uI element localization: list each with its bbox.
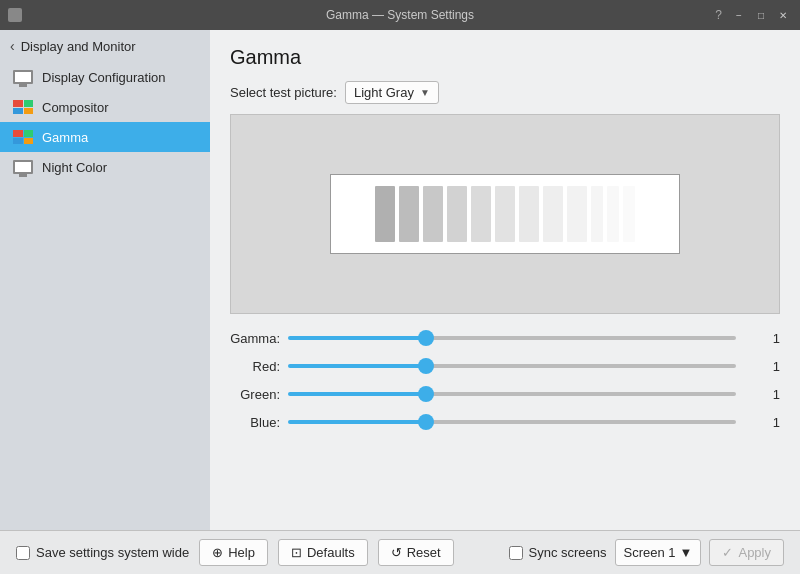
gamma-block [607,186,619,242]
sync-screens-checkbox[interactable] [509,546,523,560]
sidebar-item-display-config-label: Display Configuration [42,70,166,85]
save-settings-checkbox[interactable] [16,546,30,560]
test-picture-dropdown[interactable]: Light Gray ▼ [345,81,439,104]
blue-slider-container [288,412,736,432]
green-slider-label: Green: [230,387,280,402]
blue-slider-row: Blue: 1 [230,412,780,432]
close-button[interactable]: ✕ [774,6,792,24]
blue-slider[interactable] [288,420,736,424]
gamma-block [519,186,539,242]
gamma-block [471,186,491,242]
reset-button[interactable]: ↺ Reset [378,539,454,566]
window-controls: ? − □ ✕ [715,6,792,24]
gamma-block [623,186,635,242]
window-title: Gamma — System Settings [326,8,474,22]
sidebar-item-night-color-label: Night Color [42,160,107,175]
sync-screens-label: Sync screens [529,545,607,560]
sliders-section: Gamma: 1 Red: 1 Green: 1 [230,328,780,432]
green-slider-container [288,384,736,404]
apply-button[interactable]: ✓ Apply [709,539,784,566]
gamma-preview-area [230,114,780,314]
gamma-block [399,186,419,242]
gamma-slider[interactable] [288,336,736,340]
svg-rect-0 [10,10,20,20]
page-title: Gamma [230,46,780,69]
reset-icon: ↺ [391,545,402,560]
gamma-block [591,186,603,242]
bottom-bar: Save settings system wide ⊕ Help ⊡ Defau… [0,530,800,574]
gamma-block [447,186,467,242]
red-slider[interactable] [288,364,736,368]
blue-slider-label: Blue: [230,415,280,430]
gamma-block [495,186,515,242]
main-container: ‹ Display and Monitor Display Configurat… [0,30,800,530]
sidebar-back[interactable]: ‹ Display and Monitor [0,30,210,62]
defaults-button[interactable]: ⊡ Defaults [278,539,368,566]
gamma-preview-box [330,174,680,254]
app-icon [8,8,22,22]
sidebar-item-gamma-label: Gamma [42,130,88,145]
screen-dropdown[interactable]: Screen 1 ▼ [615,539,702,566]
blue-slider-value: 1 [744,415,780,430]
back-arrow-icon: ‹ [10,38,15,54]
sync-screens-row: Sync screens [509,545,607,560]
red-slider-label: Red: [230,359,280,374]
gamma-slider-label: Gamma: [230,331,280,346]
display-config-icon [12,69,34,85]
screen-dropdown-arrow: ▼ [680,545,693,560]
sidebar-item-display-config[interactable]: Display Configuration [0,62,210,92]
screen-label: Screen 1 [624,545,676,560]
test-picture-row: Select test picture: Light Gray ▼ [230,81,780,104]
gamma-slider-row: Gamma: 1 [230,328,780,348]
green-slider-value: 1 [744,387,780,402]
maximize-button[interactable]: □ [752,6,770,24]
gamma-block [567,186,587,242]
save-settings-row: Save settings system wide [16,545,189,560]
gamma-block [375,186,395,242]
test-picture-value: Light Gray [354,85,414,100]
help-icon[interactable]: ? [715,8,722,22]
bottom-left: Save settings system wide ⊕ Help ⊡ Defau… [16,539,454,566]
sidebar-item-compositor-label: Compositor [42,100,108,115]
green-slider-row: Green: 1 [230,384,780,404]
night-color-icon [12,159,34,175]
defaults-icon: ⊡ [291,545,302,560]
bottom-right: Sync screens Screen 1 ▼ ✓ Apply [509,539,785,566]
gamma-block [543,186,563,242]
titlebar: Gamma — System Settings ? − □ ✕ [0,0,800,30]
green-slider[interactable] [288,392,736,396]
sidebar-item-compositor[interactable]: Compositor [0,92,210,122]
sidebar-item-gamma[interactable]: Gamma [0,122,210,152]
sidebar-item-night-color[interactable]: Night Color [0,152,210,182]
sidebar-header-label: Display and Monitor [21,39,136,54]
red-slider-value: 1 [744,359,780,374]
sidebar: ‹ Display and Monitor Display Configurat… [0,30,210,530]
gamma-slider-value: 1 [744,331,780,346]
titlebar-left [8,8,22,22]
gamma-icon [12,129,34,145]
save-settings-label: Save settings system wide [36,545,189,560]
apply-check-icon: ✓ [722,545,733,560]
dropdown-arrow-icon: ▼ [420,87,430,98]
gamma-slider-container [288,328,736,348]
help-icon-btn: ⊕ [212,545,223,560]
help-button[interactable]: ⊕ Help [199,539,268,566]
red-slider-row: Red: 1 [230,356,780,376]
minimize-button[interactable]: − [730,6,748,24]
test-picture-label: Select test picture: [230,85,337,100]
content-area: Gamma Select test picture: Light Gray ▼ … [210,30,800,530]
sidebar-items: Display Configuration Compositor Gamma [0,62,210,530]
compositor-icon [12,99,34,115]
red-slider-container [288,356,736,376]
gamma-block [423,186,443,242]
